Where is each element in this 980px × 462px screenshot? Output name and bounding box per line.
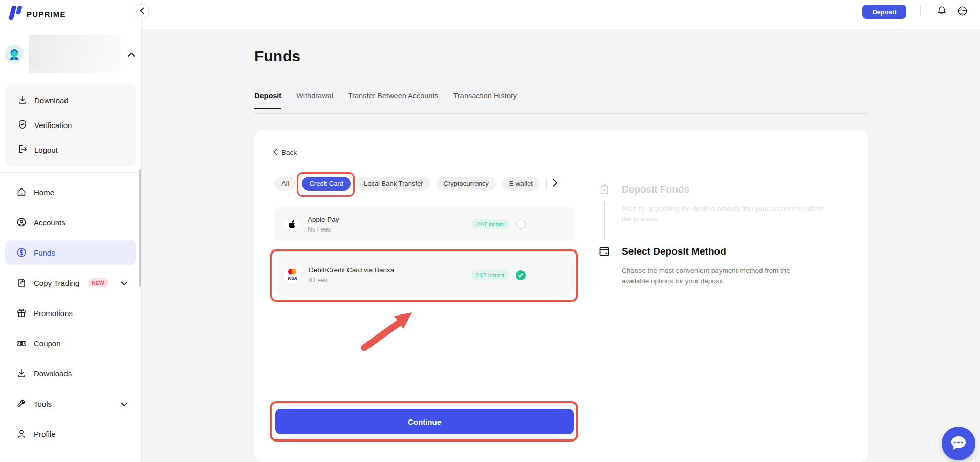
instant-badge: 24/7 Instant <box>471 270 509 280</box>
brand-logo: PUPRIME <box>7 5 66 23</box>
filter-cryptocurrency[interactable]: Cryptocurrency <box>437 177 496 191</box>
filter-label: Credit Card <box>309 180 343 187</box>
avatar <box>5 45 24 64</box>
sidebar-item-label: Funds <box>34 248 55 257</box>
copy-trading-icon <box>16 278 27 288</box>
method-name: Debit/Credit Card via Banxa <box>309 266 394 274</box>
wrench-icon <box>16 398 27 409</box>
sidebar-item-download[interactable]: Download <box>5 88 136 113</box>
sidebar-item-logout[interactable]: Logout <box>5 137 136 162</box>
tabs-border <box>254 113 868 114</box>
method-fees: No Fees <box>308 226 339 233</box>
brand-name: PUPRIME <box>27 10 66 18</box>
back-label: Back <box>281 149 297 156</box>
sidebar-item-label: Promotions <box>34 309 73 318</box>
sidebar-item-label: Logout <box>34 145 58 154</box>
sidebar-collapse-button[interactable] <box>135 4 149 18</box>
filters-scroll-right-button[interactable] <box>552 178 559 190</box>
card-panel-icon <box>598 245 611 258</box>
method-row-banxa[interactable]: VISA Debit/Credit Card via Banxa 0 Fees … <box>274 255 575 296</box>
method-row-apple-pay[interactable]: Apple Pay No Fees 24/7 Instant <box>274 207 575 241</box>
home-icon <box>16 187 27 197</box>
clipboard-icon <box>598 183 611 196</box>
chevron-down-icon <box>121 400 128 408</box>
tab-transaction-history[interactable]: Transaction History <box>453 92 517 109</box>
sidebar-nav: Home Accounts Funds <box>5 180 136 452</box>
sidebar-item-profile[interactable]: Profile <box>5 422 136 446</box>
filter-credit-card[interactable]: Credit Card <box>302 177 350 191</box>
apple-pay-icon <box>284 216 300 233</box>
sidebar-item-label: Accounts <box>34 218 66 227</box>
filter-e-wallet[interactable]: E-wallet <box>502 177 540 191</box>
download-icon <box>17 95 28 107</box>
chevron-down-icon <box>121 279 128 287</box>
user-menu-toggle[interactable] <box>0 31 142 65</box>
step-connector <box>604 202 605 241</box>
sidebar-item-label: Home <box>34 188 54 197</box>
payment-filter-chips: All Credit Card Local Bank Transfer Cryp… <box>274 177 559 191</box>
sidebar-item-downloads[interactable]: Downloads <box>5 361 136 386</box>
instant-badge: 24/7 Instant <box>472 219 509 229</box>
tab-deposit[interactable]: Deposit <box>254 92 281 109</box>
bell-icon <box>936 10 947 18</box>
puprime-logo-icon <box>7 5 23 23</box>
step-title-select-method: Select Deposit Method <box>622 246 726 257</box>
step-title-deposit-funds: Deposit Funds <box>622 184 689 195</box>
accounts-icon <box>16 217 27 227</box>
back-button[interactable]: Back <box>273 149 297 156</box>
filter-local-bank-transfer[interactable]: Local Bank Transfer <box>357 177 430 191</box>
globe-icon <box>956 11 968 18</box>
funds-tabs: Deposit Withdrawal Transfer Between Acco… <box>254 92 517 109</box>
logout-icon <box>17 144 28 156</box>
header-divider <box>920 5 921 16</box>
funds-dollar-icon <box>16 247 27 258</box>
mastercard-visa-icon: VISA <box>284 266 301 284</box>
sidebar-item-funds[interactable]: Funds <box>5 240 136 265</box>
sidebar-item-tools[interactable]: Tools <box>5 391 136 416</box>
sidebar-item-label: Tools <box>34 400 52 408</box>
sidebar-item-verification[interactable]: Verification <box>5 113 136 137</box>
new-badge: NEW <box>88 278 108 287</box>
account-menu-group: Download Verification Logout <box>5 84 136 166</box>
sidebar-item-label: Profile <box>34 430 56 438</box>
chat-bubble-icon <box>949 434 968 453</box>
downloads-icon <box>16 368 27 379</box>
sidebar-item-label: Copy Trading <box>34 279 79 287</box>
app-root: Deposit <box>0 0 980 462</box>
sidebar: PUPRIME <box>0 0 142 462</box>
continue-button[interactable]: Continue <box>275 409 574 434</box>
shield-check-icon <box>17 119 28 131</box>
sidebar-item-home[interactable]: Home <box>5 180 136 204</box>
radio-unselected[interactable] <box>516 220 526 229</box>
main-content: Funds Deposit Withdrawal Transfer Betwee… <box>142 29 980 462</box>
sidebar-item-label: Verification <box>34 121 72 130</box>
gift-icon <box>16 308 27 318</box>
tab-transfer-between-accounts[interactable]: Transfer Between Accounts <box>348 92 439 109</box>
deposit-card: Back All Credit Card Local Bank Transfer… <box>254 130 868 462</box>
sidebar-item-label: Download <box>34 96 69 105</box>
chevron-up-icon <box>127 50 136 59</box>
header-deposit-button[interactable]: Deposit <box>862 5 906 19</box>
page-title: Funds <box>254 48 300 65</box>
sidebar-scrollbar[interactable] <box>139 169 141 287</box>
chevron-left-icon <box>273 149 277 156</box>
sidebar-item-accounts[interactable]: Accounts <box>5 210 136 235</box>
chevron-left-icon <box>140 7 144 16</box>
notifications-button[interactable] <box>935 5 948 17</box>
tab-withdrawal[interactable]: Withdrawal <box>296 92 333 109</box>
sidebar-item-label: Downloads <box>34 369 72 378</box>
language-button[interactable] <box>956 5 968 17</box>
radio-selected-check-icon[interactable] <box>516 270 526 280</box>
continue-label: Continue <box>408 417 441 426</box>
coupon-icon <box>16 338 27 348</box>
filter-all[interactable]: All <box>274 177 296 191</box>
chevron-right-icon <box>553 181 558 188</box>
sidebar-item-coupon[interactable]: Coupon <box>5 331 136 355</box>
chips-divider <box>546 178 547 190</box>
sidebar-item-label: Coupon <box>34 339 61 348</box>
sidebar-item-copy-trading[interactable]: Copy Trading NEW <box>5 270 136 295</box>
method-name: Apple Pay <box>308 216 339 223</box>
person-icon <box>16 429 27 439</box>
sidebar-item-promotions[interactable]: Promotions <box>5 301 136 325</box>
chat-button[interactable] <box>942 427 975 460</box>
